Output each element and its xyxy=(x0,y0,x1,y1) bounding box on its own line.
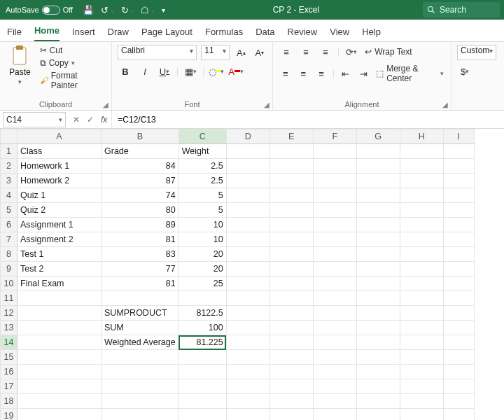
cell-G12[interactable] xyxy=(356,306,400,321)
cell-H17[interactable] xyxy=(400,379,443,394)
tab-help[interactable]: Help xyxy=(362,22,381,41)
cell-D17[interactable] xyxy=(226,379,270,394)
cell-E13[interactable] xyxy=(270,321,313,335)
cell-C1[interactable]: Weight xyxy=(178,144,226,159)
cell-B9[interactable]: 77 xyxy=(102,262,179,276)
row-header-12[interactable]: 12 xyxy=(1,306,18,321)
cell-G7[interactable] xyxy=(356,232,400,247)
cell-B10[interactable]: 81 xyxy=(102,276,179,291)
cell-H5[interactable] xyxy=(400,203,443,218)
select-all-corner[interactable] xyxy=(1,130,18,144)
cell-F6[interactable] xyxy=(313,218,356,232)
tab-file[interactable]: File xyxy=(7,22,22,41)
redo-icon[interactable]: ↻ xyxy=(121,5,134,15)
cell-B19[interactable] xyxy=(102,409,179,421)
cell-G3[interactable] xyxy=(356,174,400,188)
cell-E1[interactable] xyxy=(270,144,313,159)
cell-I6[interactable] xyxy=(443,218,474,232)
cell-A17[interactable] xyxy=(18,379,102,394)
cell-A4[interactable]: Quiz 1 xyxy=(18,188,102,203)
cell-A19[interactable] xyxy=(18,409,102,421)
col-header-B[interactable]: B xyxy=(102,130,179,144)
row-header-13[interactable]: 13 xyxy=(1,321,18,335)
cell-I10[interactable] xyxy=(443,276,474,291)
cell-G16[interactable] xyxy=(356,365,400,379)
cell-H8[interactable] xyxy=(400,247,443,262)
cell-G8[interactable] xyxy=(356,247,400,262)
cell-G18[interactable] xyxy=(356,394,400,409)
cell-A12[interactable] xyxy=(18,306,102,321)
cell-B18[interactable] xyxy=(102,394,179,409)
tab-review[interactable]: Review xyxy=(288,22,318,41)
bold-button[interactable]: B xyxy=(118,64,133,78)
cell-B16[interactable] xyxy=(102,365,179,379)
dialog-launcher-icon[interactable]: ◢ xyxy=(103,101,108,108)
col-header-A[interactable]: A xyxy=(18,130,102,144)
align-left-icon[interactable]: ≡ xyxy=(279,66,293,80)
cell-H13[interactable] xyxy=(400,321,443,335)
cell-I17[interactable] xyxy=(443,379,474,394)
cell-C9[interactable]: 20 xyxy=(178,262,226,276)
cell-D1[interactable] xyxy=(226,144,270,159)
row-header-8[interactable]: 8 xyxy=(1,247,18,262)
cell-G19[interactable] xyxy=(356,409,400,421)
dialog-launcher-icon[interactable]: ◢ xyxy=(442,101,448,108)
cell-F1[interactable] xyxy=(313,144,356,159)
qat-customize-icon[interactable]: ▾ xyxy=(162,6,165,14)
cell-D18[interactable] xyxy=(226,394,270,409)
cell-B13[interactable]: SUM xyxy=(102,321,179,335)
align-bottom-icon[interactable]: ≡ xyxy=(318,45,333,59)
currency-icon[interactable]: $ xyxy=(457,64,472,78)
cell-I2[interactable] xyxy=(443,159,474,174)
cell-B6[interactable]: 89 xyxy=(102,218,179,232)
cell-C4[interactable]: 5 xyxy=(178,188,226,203)
cell-H4[interactable] xyxy=(400,188,443,203)
cell-I1[interactable] xyxy=(443,144,474,159)
cell-H18[interactable] xyxy=(400,394,443,409)
cell-D11[interactable] xyxy=(226,291,270,306)
cell-B8[interactable]: 83 xyxy=(102,247,179,262)
cell-E3[interactable] xyxy=(270,174,313,188)
cell-F16[interactable] xyxy=(313,365,356,379)
cell-D12[interactable] xyxy=(226,306,270,321)
undo-icon[interactable]: ↺ xyxy=(101,5,114,15)
cell-C14[interactable]: 81.225 xyxy=(178,335,226,350)
search-box[interactable]: Search xyxy=(423,2,500,18)
cell-D19[interactable] xyxy=(226,409,270,421)
row-header-16[interactable]: 16 xyxy=(1,365,18,379)
cell-H19[interactable] xyxy=(400,409,443,421)
cell-I8[interactable] xyxy=(443,247,474,262)
cell-H10[interactable] xyxy=(400,276,443,291)
cell-E6[interactable] xyxy=(270,218,313,232)
cell-F14[interactable] xyxy=(313,335,356,350)
name-box[interactable]: C14 ▾ xyxy=(3,112,66,127)
row-header-5[interactable]: 5 xyxy=(1,203,18,218)
row-header-4[interactable]: 4 xyxy=(1,188,18,203)
cell-H11[interactable] xyxy=(400,291,443,306)
underline-button[interactable]: U xyxy=(157,64,172,78)
fill-color-button[interactable]: ◌ xyxy=(209,64,224,78)
cell-I15[interactable] xyxy=(443,350,474,365)
cell-A6[interactable]: Assignment 1 xyxy=(18,218,102,232)
borders-button[interactable]: ▦ xyxy=(183,64,198,78)
touch-mode-icon[interactable]: ☖ xyxy=(141,5,155,15)
cell-A13[interactable] xyxy=(18,321,102,335)
cell-A2[interactable]: Homework 1 xyxy=(18,159,102,174)
paste-button[interactable]: Paste ▾ xyxy=(6,45,34,85)
cell-G9[interactable] xyxy=(356,262,400,276)
cell-G2[interactable] xyxy=(356,159,400,174)
cell-G17[interactable] xyxy=(356,379,400,394)
cell-B1[interactable]: Grade xyxy=(102,144,179,159)
cell-D2[interactable] xyxy=(226,159,270,174)
row-header-10[interactable]: 10 xyxy=(1,276,18,291)
row-header-11[interactable]: 11 xyxy=(1,291,18,306)
cell-H3[interactable] xyxy=(400,174,443,188)
tab-page-layout[interactable]: Page Layout xyxy=(141,22,192,41)
cell-G15[interactable] xyxy=(356,350,400,365)
tab-formulas[interactable]: Formulas xyxy=(205,22,243,41)
cell-D9[interactable] xyxy=(226,262,270,276)
italic-button[interactable]: I xyxy=(137,64,153,78)
formula-input[interactable] xyxy=(112,111,504,128)
cell-A9[interactable]: Test 2 xyxy=(18,262,102,276)
cell-H7[interactable] xyxy=(400,232,443,247)
